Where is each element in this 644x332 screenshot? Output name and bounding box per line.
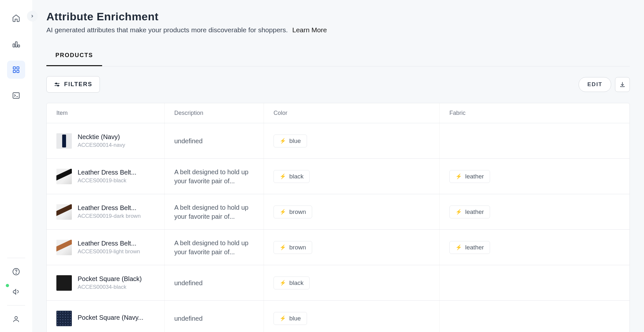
products-table: Item Description Color Fabric Necktie (N…	[46, 103, 630, 332]
nav-analytics[interactable]	[7, 35, 25, 53]
product-name: Leather Dress Belt...	[78, 204, 141, 212]
color-value: blue	[289, 315, 301, 322]
color-tag[interactable]: ⚡brown	[274, 241, 312, 254]
cell-item: Leather Dress Belt...ACCES00019-light br…	[47, 230, 165, 265]
download-icon	[619, 81, 626, 88]
table-row[interactable]: Leather Dress Belt...ACCES00019-blackA b…	[47, 159, 630, 194]
color-tag[interactable]: ⚡blue	[274, 135, 307, 147]
cell-description: undefined	[165, 265, 264, 300]
sliders-icon	[54, 81, 60, 88]
nav-products[interactable]	[7, 61, 25, 79]
th-description[interactable]: Description	[165, 103, 264, 123]
table-row[interactable]: Pocket Square (Black)ACCES00034-blackund…	[47, 265, 630, 301]
home-icon	[12, 14, 20, 22]
product-name: Necktie (Navy)	[78, 133, 125, 141]
fabric-tag[interactable]: ⚡leather	[449, 206, 490, 218]
product-thumbnail	[56, 240, 72, 255]
tab-products[interactable]: PRODUCTS	[46, 45, 102, 66]
svg-point-11	[15, 317, 17, 319]
table-row[interactable]: Leather Dress Belt...ACCES00019-dark bro…	[47, 194, 630, 230]
sidebar	[0, 0, 32, 332]
product-thumbnail	[56, 311, 72, 326]
product-description: undefined	[174, 278, 203, 287]
cell-item: Pocket Square (Navy...	[47, 301, 165, 332]
color-value: blue	[289, 137, 301, 145]
sidebar-toggle[interactable]	[27, 11, 37, 21]
product-sku: ACCES00019-black	[78, 177, 136, 184]
svg-rect-0	[13, 44, 14, 47]
grid-icon	[12, 66, 20, 74]
product-thumbnail	[56, 169, 72, 184]
nav-announcements[interactable]	[7, 285, 25, 298]
svg-rect-1	[15, 42, 17, 47]
product-name: Leather Dress Belt...	[78, 169, 136, 176]
cell-fabric: ⚡leather	[440, 230, 616, 265]
color-value: brown	[289, 244, 306, 251]
bolt-icon: ⚡	[456, 173, 462, 179]
main-content: Attribute Enrichment AI generated attrib…	[32, 0, 644, 332]
th-color[interactable]: Color	[264, 103, 440, 123]
cell-item: Leather Dress Belt...ACCES00019-dark bro…	[47, 194, 165, 229]
fabric-tag[interactable]: ⚡leather	[449, 241, 490, 254]
bolt-icon: ⚡	[280, 173, 286, 179]
fabric-value: leather	[465, 173, 484, 180]
page-title: Attribute Enrichment	[46, 10, 630, 23]
product-description: undefined	[174, 136, 203, 146]
nav-home[interactable]	[7, 9, 25, 27]
nav-terminal[interactable]	[7, 86, 25, 105]
table-row[interactable]: Necktie (Navy)ACCES00014-navyundefined⚡b…	[47, 123, 630, 159]
bolt-icon: ⚡	[280, 315, 286, 321]
color-tag[interactable]: ⚡blue	[274, 312, 307, 325]
color-tag[interactable]: ⚡black	[274, 277, 310, 289]
toolbar: FILTERS EDIT	[46, 76, 630, 93]
filters-button[interactable]: FILTERS	[46, 76, 100, 93]
svg-rect-6	[17, 70, 19, 73]
bolt-icon: ⚡	[280, 244, 286, 250]
bar-chart-icon	[12, 40, 20, 48]
product-name: Pocket Square (Black)	[78, 275, 142, 283]
cell-color: ⚡blue	[264, 123, 440, 158]
edit-button[interactable]: EDIT	[579, 77, 611, 92]
th-fabric[interactable]: Fabric	[440, 103, 616, 123]
color-value: black	[289, 279, 303, 287]
fabric-value: leather	[465, 208, 484, 216]
sidebar-divider	[7, 258, 25, 258]
svg-point-10	[16, 273, 16, 274]
fabric-tag[interactable]: ⚡leather	[449, 170, 490, 183]
svg-rect-7	[13, 93, 19, 98]
svg-rect-4	[17, 67, 19, 69]
product-description: A belt designed to hold up your favorite…	[174, 203, 254, 221]
page-subtitle: AI generated attributes that make your p…	[46, 26, 630, 34]
svg-point-15	[58, 85, 59, 86]
cell-item: Pocket Square (Black)ACCES00034-black	[47, 265, 165, 300]
product-name: Pocket Square (Navy...	[78, 314, 143, 321]
svg-rect-2	[18, 45, 19, 47]
bolt-icon: ⚡	[456, 244, 462, 250]
user-icon	[12, 315, 20, 323]
table-row[interactable]: Leather Dress Belt...ACCES00019-light br…	[47, 230, 630, 265]
cell-description: undefined	[165, 123, 264, 158]
table-row[interactable]: Pocket Square (Navy...undefined⚡blue	[47, 301, 630, 332]
product-name: Leather Dress Belt...	[78, 240, 140, 247]
learn-more-link[interactable]: Learn More	[292, 26, 327, 34]
color-tag[interactable]: ⚡brown	[274, 206, 312, 218]
nav-help[interactable]	[7, 265, 25, 278]
cell-description: A belt designed to hold up your favorite…	[165, 159, 264, 194]
color-value: black	[289, 173, 303, 180]
product-sku: ACCES00014-navy	[78, 142, 125, 148]
product-description: A belt designed to hold up your favorite…	[174, 167, 254, 186]
color-tag[interactable]: ⚡black	[274, 170, 310, 183]
th-item[interactable]: Item	[47, 103, 165, 123]
cell-description: undefined	[165, 301, 264, 332]
product-sku: ACCES00019-light brown	[78, 248, 140, 255]
megaphone-icon	[12, 288, 20, 296]
svg-rect-3	[13, 67, 15, 69]
nav-account[interactable]	[7, 313, 25, 326]
bolt-icon: ⚡	[280, 138, 286, 144]
cell-color: ⚡brown	[264, 230, 440, 265]
download-button[interactable]	[615, 77, 630, 92]
cell-color: ⚡blue	[264, 301, 440, 332]
cell-description: A belt designed to hold up your favorite…	[165, 194, 264, 229]
cell-item: Necktie (Navy)ACCES00014-navy	[47, 123, 165, 158]
product-description: undefined	[174, 314, 203, 323]
